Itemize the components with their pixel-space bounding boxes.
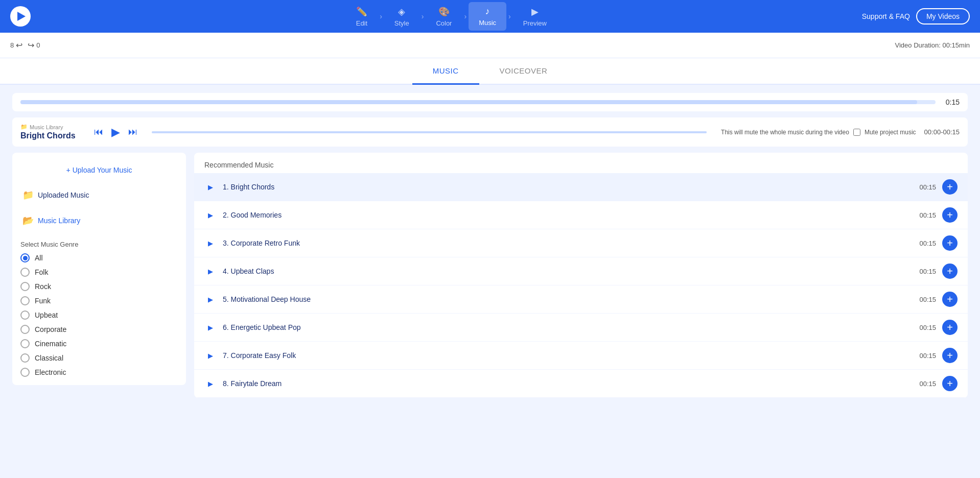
genre-classical[interactable]: Classical xyxy=(20,353,178,363)
nav-right: Support & FAQ My Videos xyxy=(862,8,970,25)
play-icon-3[interactable]: ▶ xyxy=(204,237,217,249)
top-nav: ✏️ Edit › ◈ Style › 🎨 Color › ♪ Music › … xyxy=(0,0,980,33)
radio-upbeat[interactable] xyxy=(20,310,30,320)
nav-step-color[interactable]: 🎨 Color xyxy=(426,2,462,31)
music-title-5: 5. Motivational Deep House xyxy=(223,295,909,303)
genre-rock[interactable]: Rock xyxy=(20,282,178,291)
music-item-5[interactable]: ▶ 5. Motivational Deep House 00:15 + xyxy=(194,285,968,314)
radio-folk[interactable] xyxy=(20,268,30,277)
genre-list: All Folk Rock Funk xyxy=(20,253,178,377)
music-duration-6: 00:15 xyxy=(916,324,936,331)
nav-step-music[interactable]: ♪ Music xyxy=(469,2,506,31)
music-title-1: 1. Bright Chords xyxy=(223,183,909,191)
genre-electronic-label: Electronic xyxy=(35,368,66,376)
music-item-1[interactable]: ▶ 1. Bright Chords 00:15 + xyxy=(194,173,968,201)
genre-rock-label: Rock xyxy=(35,282,51,291)
folder-uploaded[interactable]: 📁 Uploaded Music xyxy=(20,185,178,205)
undo-number: 8 xyxy=(10,41,14,49)
play-icon-6[interactable]: ▶ xyxy=(204,321,217,333)
genre-funk[interactable]: Funk xyxy=(20,296,178,305)
style-icon: ◈ xyxy=(398,6,405,17)
progress-time: 0:15 xyxy=(942,98,960,106)
radio-funk[interactable] xyxy=(20,296,30,305)
track-time: 00:00-00:15 xyxy=(924,128,960,136)
music-item-8[interactable]: ▶ 8. Fairytale Dream 00:15 + xyxy=(194,370,968,398)
player-track[interactable] xyxy=(152,131,707,133)
add-button-4[interactable]: + xyxy=(942,264,958,279)
genre-folk[interactable]: Folk xyxy=(20,268,178,277)
genre-cinematic[interactable]: Cinematic xyxy=(20,339,178,348)
music-title-7: 7. Corporate Easy Folk xyxy=(223,351,909,360)
music-title-2: 2. Good Memories xyxy=(223,211,909,219)
radio-corporate[interactable] xyxy=(20,325,30,334)
music-item-2[interactable]: ▶ 2. Good Memories 00:15 + xyxy=(194,201,968,229)
folder-library[interactable]: 📂 Music Library xyxy=(20,211,178,230)
radio-rock[interactable] xyxy=(20,282,30,291)
preview-icon: ▶ xyxy=(531,6,539,17)
redo-number: 0 xyxy=(36,41,40,49)
tab-voiceover[interactable]: VOICEOVER xyxy=(479,58,568,85)
genre-upbeat[interactable]: Upbeat xyxy=(20,310,178,320)
music-duration-2: 00:15 xyxy=(916,211,936,219)
nav-step-edit[interactable]: ✏️ Edit xyxy=(346,2,378,31)
genre-upbeat-label: Upbeat xyxy=(35,311,58,319)
play-icon-5[interactable]: ▶ xyxy=(204,293,217,305)
play-icon-1[interactable]: ▶ xyxy=(204,181,217,193)
play-icon-8[interactable]: ▶ xyxy=(204,377,217,390)
music-title-4: 4. Upbeat Claps xyxy=(223,267,909,275)
add-button-8[interactable]: + xyxy=(942,376,958,391)
music-duration-1: 00:15 xyxy=(916,183,936,191)
add-button-1[interactable]: + xyxy=(942,179,958,195)
add-button-5[interactable]: + xyxy=(942,292,958,307)
radio-cinematic[interactable] xyxy=(20,339,30,348)
chevron-icon-1: › xyxy=(378,12,384,20)
folder-uploaded-label: Uploaded Music xyxy=(38,191,89,199)
app-logo[interactable] xyxy=(10,6,31,27)
music-list: ▶ 1. Bright Chords 00:15 + ▶ 2. Good Mem… xyxy=(194,173,968,398)
genre-all[interactable]: All xyxy=(20,253,178,262)
genre-folk-label: Folk xyxy=(35,268,48,276)
mute-checkbox[interactable] xyxy=(853,129,860,136)
genre-corporate[interactable]: Corporate xyxy=(20,325,178,334)
skip-forward-button[interactable]: ⏭ xyxy=(128,127,137,137)
nav-step-preview[interactable]: ▶ Preview xyxy=(513,2,557,31)
radio-classical[interactable] xyxy=(20,353,30,363)
music-duration-7: 00:15 xyxy=(916,352,936,360)
edit-icon: ✏️ xyxy=(356,6,367,17)
add-button-6[interactable]: + xyxy=(942,320,958,335)
chevron-icon-4: › xyxy=(506,12,513,20)
player-folder: 📁 Music Library xyxy=(20,124,76,130)
radio-all[interactable] xyxy=(20,253,30,262)
tab-music[interactable]: MUSIC xyxy=(412,58,479,85)
music-item-7[interactable]: ▶ 7. Corporate Easy Folk 00:15 + xyxy=(194,342,968,370)
play-pause-button[interactable]: ▶ xyxy=(111,126,120,139)
support-link[interactable]: Support & FAQ xyxy=(862,12,910,20)
nav-step-style-label: Style xyxy=(394,19,409,27)
folder-uploaded-icon: 📁 xyxy=(22,189,34,201)
genre-all-label: All xyxy=(35,254,43,262)
music-duration-8: 00:15 xyxy=(916,380,936,388)
redo-icon[interactable]: ↪ xyxy=(28,40,34,50)
genre-section-label: Select Music Genre xyxy=(20,241,178,248)
play-icon-4[interactable]: ▶ xyxy=(204,265,217,277)
redo-count: ↪ 0 xyxy=(28,40,40,50)
music-item-3[interactable]: ▶ 3. Corporate Retro Funk 00:15 + xyxy=(194,229,968,257)
upload-music-button[interactable]: + Upload Your Music xyxy=(20,161,178,179)
music-title-3: 3. Corporate Retro Funk xyxy=(223,239,909,247)
nav-step-music-label: Music xyxy=(479,19,496,27)
nav-step-style[interactable]: ◈ Style xyxy=(384,2,419,31)
play-icon-2[interactable]: ▶ xyxy=(204,209,217,221)
add-button-7[interactable]: + xyxy=(942,348,958,363)
play-icon-7[interactable]: ▶ xyxy=(204,349,217,362)
music-item-6[interactable]: ▶ 6. Energetic Upbeat Pop 00:15 + xyxy=(194,314,968,342)
genre-electronic[interactable]: Electronic xyxy=(20,368,178,377)
recommended-header: Recommended Music xyxy=(194,153,968,173)
undo-icon[interactable]: ↩ xyxy=(16,40,22,50)
skip-back-button[interactable]: ⏮ xyxy=(94,127,103,137)
radio-electronic[interactable] xyxy=(20,368,30,377)
music-item-4[interactable]: ▶ 4. Upbeat Claps 00:15 + xyxy=(194,257,968,285)
add-button-2[interactable]: + xyxy=(942,207,958,223)
my-videos-button[interactable]: My Videos xyxy=(916,8,970,25)
player-info: 📁 Music Library Bright Chords xyxy=(20,124,76,140)
add-button-3[interactable]: + xyxy=(942,235,958,251)
